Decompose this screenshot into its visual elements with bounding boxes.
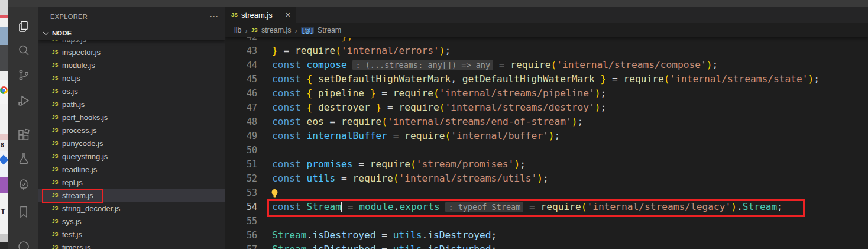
extension-circle-icon[interactable] (8, 237, 38, 249)
code-line-43[interactable]: 43} = require('internal/errors'); (225, 44, 868, 58)
bookmarks-icon[interactable] (8, 203, 38, 221)
code-line-57[interactable]: 57Stream.isDisturbed = utils.isDisturbed… (225, 242, 868, 249)
explorer-icon[interactable] (8, 18, 38, 35)
token: . (306, 244, 312, 249)
code-text: const promises = require('stream/promise… (272, 157, 526, 172)
editor-group: 42 },43} = require('internal/errors');44… (225, 7, 868, 249)
section-node[interactable]: NODE (38, 27, 225, 40)
code-line-51[interactable]: 51const promises = require('stream/promi… (225, 157, 868, 172)
file-row-stream-js[interactable]: JSstream.js (38, 189, 225, 202)
breadcrumb-lib[interactable]: lib (234, 26, 242, 34)
file-row-module-js[interactable]: JSmodule.js (38, 59, 225, 72)
token: } (272, 45, 278, 56)
token: { (306, 88, 312, 99)
file-row-test-js[interactable]: JStest.js (38, 228, 225, 241)
file-row-repl-js[interactable]: JSrepl.js (38, 176, 225, 189)
symbol-variable-icon: [@] (301, 27, 314, 34)
sliver-block (0, 234, 8, 242)
code-line-50[interactable]: 50 (225, 143, 868, 157)
sliver-digit: 8 (1, 142, 4, 148)
token: = (493, 59, 510, 70)
token: = (278, 45, 295, 56)
js-file-icon: JS (50, 62, 60, 68)
token: isDisturbed (427, 244, 491, 249)
code-line-56[interactable]: 56Stream.isDestroyed = utils.isDestroyed… (225, 228, 868, 242)
js-file-icon: JS (50, 88, 60, 94)
js-file-icon: JS (50, 192, 60, 198)
token: utils (393, 244, 422, 249)
file-name: os.js (62, 87, 78, 96)
file-row-os-js[interactable]: JSos.js (38, 85, 225, 98)
code-area[interactable]: 42 },43} = require('internal/errors');44… (225, 7, 868, 249)
breadcrumb-separator: › (245, 26, 248, 35)
js-file-icon: JS (50, 244, 60, 249)
code-line-45[interactable]: 45const { setDefaultHighWaterMark, getDe… (225, 72, 868, 86)
more-actions-icon[interactable]: ⋯ (209, 11, 218, 22)
run-and-debug-icon[interactable] (8, 92, 38, 109)
code-line-44[interactable]: 44const compose : (...streams: any[]) =>… (225, 58, 868, 72)
title-bar (8, 0, 868, 7)
file-row-sys-js[interactable]: JSsys.js (38, 215, 225, 228)
token: ( (445, 130, 451, 141)
token: const (272, 159, 301, 170)
token: ) (537, 173, 543, 184)
token: require (404, 130, 445, 141)
extensions-icon[interactable] (8, 126, 38, 144)
todo-tree-icon[interactable] (8, 176, 38, 194)
file-row-querystring-js[interactable]: JSquerystring.js (38, 150, 225, 163)
token: require (399, 102, 439, 113)
background-window-sliver: 8 T (0, 0, 8, 249)
file-name: net.js (62, 74, 80, 83)
code-line-47[interactable]: 47const { destroyer } = require('interna… (225, 101, 868, 115)
js-file-icon: JS (50, 218, 60, 224)
search-icon[interactable] (8, 41, 38, 59)
token: ; (712, 59, 718, 70)
breadcrumb-symbol[interactable]: Stream (318, 26, 341, 34)
token: ; (601, 88, 607, 99)
code-line-49[interactable]: 49const internalBuffer = require('intern… (225, 129, 868, 143)
sliver-block (0, 134, 8, 140)
line-number: 54 (225, 200, 257, 214)
token: ) (514, 159, 520, 170)
code-line-46[interactable]: 46const { pipeline } = require('internal… (225, 86, 868, 101)
token: utils (393, 229, 422, 241)
file-row-timers-js[interactable]: JStimers.js (38, 241, 225, 249)
token: ; (814, 73, 820, 85)
file-row-readline-js[interactable]: JSreadline.js (38, 163, 225, 176)
code-line-48[interactable]: 48const eos = require('internal/streams/… (225, 115, 868, 129)
token: const (272, 130, 301, 141)
token: ; (578, 116, 584, 127)
file-row-punycode-js[interactable]: JSpunycode.js (38, 137, 225, 150)
token: 'internal/streams/pipeline' (439, 88, 595, 99)
line-number: 46 (225, 86, 257, 101)
token: const (272, 73, 301, 85)
file-row-string_decoder-js[interactable]: JSstring_decoder.js (38, 202, 225, 215)
breadcrumb-file[interactable]: stream.js (261, 26, 292, 34)
close-icon[interactable]: × (286, 10, 290, 20)
token: 'stream/promises' (416, 159, 514, 170)
token: = (375, 244, 393, 249)
code-line-53[interactable]: 53 (225, 186, 868, 200)
source-control-icon[interactable] (8, 66, 38, 84)
file-row-path-js[interactable]: JSpath.js (38, 98, 225, 111)
token: require (624, 73, 664, 85)
file-row-net-js[interactable]: JSnet.js (38, 72, 225, 85)
token: require (341, 116, 381, 127)
token: Stream (272, 229, 306, 241)
breadcrumb: lib › JS stream.js › [@] Stream (225, 23, 868, 37)
sliver-block (0, 177, 8, 193)
code-line-52[interactable]: 52const utils = require('internal/stream… (225, 172, 868, 186)
testing-icon[interactable] (8, 150, 38, 167)
token: compose (306, 59, 346, 70)
token: , (451, 73, 462, 85)
file-row-perf_hooks-js[interactable]: JSperf_hooks.js (38, 111, 225, 124)
js-file-icon: JS (231, 12, 238, 18)
token: require (510, 59, 550, 70)
token (312, 88, 318, 99)
tab-stream-js[interactable]: JS stream.js × (225, 7, 296, 23)
sliver-block (0, 18, 8, 27)
file-row-process-js[interactable]: JSprocess.js (38, 124, 225, 137)
code-text: const eos = require('internal/streams/en… (272, 115, 583, 129)
token: ( (335, 45, 341, 56)
file-row-inspector-js[interactable]: JSinspector.js (38, 46, 225, 59)
